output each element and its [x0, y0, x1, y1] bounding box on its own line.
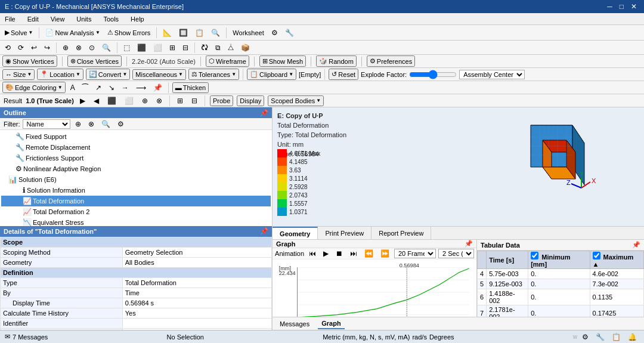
reset-button[interactable]: ↺ Reset	[329, 69, 358, 80]
menu-units[interactable]: Units	[74, 14, 94, 24]
tb2-icon-4[interactable]: ↪	[42, 42, 52, 53]
display-button[interactable]: Display	[237, 95, 264, 106]
tree-item-nonlinear[interactable]: ⚙ Nonlinear Adaptive Region	[1, 163, 271, 174]
tree-item-equivalent-stress[interactable]: 📉 Equivalent Stress	[1, 217, 271, 226]
tb2-icon-1[interactable]: ⟲	[2, 42, 13, 53]
new-analysis-button[interactable]: 📄 New Analysis ▼	[43, 27, 102, 38]
result-icon-2[interactable]: ◀	[91, 95, 101, 106]
minimize-button[interactable]: ─	[605, 2, 615, 11]
menu-view[interactable]: View	[48, 14, 67, 24]
convert-button[interactable]: 🔄 Convert ▼	[86, 69, 130, 80]
outline-icon-2[interactable]: ⊗	[86, 119, 97, 129]
anim-play-button[interactable]: ▶	[321, 248, 331, 259]
outline-filter-select[interactable]: Name	[23, 119, 70, 129]
tb2-icon-12[interactable]: ⊞	[167, 42, 178, 53]
tb-icon-5[interactable]: ⚙	[269, 27, 280, 38]
tb-icon-3[interactable]: 📋	[193, 27, 206, 38]
tree-item-frictionless[interactable]: 🔧 Frictionless Support	[1, 153, 271, 163]
worksheet-button[interactable]: Worksheet	[230, 28, 266, 38]
explode-slider[interactable]	[409, 70, 457, 79]
anim-icon-2[interactable]: ⏩	[378, 248, 392, 259]
tabular-pin-icon[interactable]: 📌	[632, 241, 640, 249]
close-vertices-button[interactable]: ⊗ Close Vertices	[67, 55, 122, 67]
tolerances-button[interactable]: ⚖ Tolerances ▼	[188, 69, 239, 80]
tree-item-solution[interactable]: 📊 Solution (E6)	[1, 174, 271, 185]
tree-item-fixed-support[interactable]: 🔧 Fixed Support	[1, 131, 271, 142]
frames-select[interactable]: 20 Frames	[394, 249, 436, 258]
wireframe-button[interactable]: ⬡ Wireframe	[206, 55, 249, 67]
assembly-center-select[interactable]: Assembly Center	[459, 70, 525, 79]
status-icon-4[interactable]: 🔔	[626, 332, 639, 342]
thicken-button[interactable]: ▬ Thicken	[172, 82, 209, 93]
close-button[interactable]: ✕	[628, 2, 639, 11]
menu-tools[interactable]: Tools	[101, 14, 121, 24]
probe-button[interactable]: Probe	[210, 95, 233, 106]
edge-tb-icon-1[interactable]: A	[68, 82, 78, 93]
outline-icon-1[interactable]: ⊕	[73, 119, 83, 129]
tab-report-preview[interactable]: Report Preview	[371, 227, 431, 239]
solve-button[interactable]: ▶ Solve ▼	[2, 27, 35, 38]
menu-file[interactable]: File	[2, 14, 18, 24]
show-errors-button[interactable]: ⚠ Show Errors	[105, 27, 153, 38]
tb2-icon-2[interactable]: ⟳	[16, 42, 26, 53]
tb-icon-2[interactable]: 🔲	[177, 27, 190, 38]
tb2-icon-17[interactable]: 📦	[239, 42, 252, 53]
tb-icon-1[interactable]: 📐	[160, 27, 174, 38]
tree-item-remote-displacement[interactable]: 🔧 Remote Displacement	[1, 142, 271, 153]
outline-icon-4[interactable]: ⚙	[115, 119, 126, 129]
result-icon-4[interactable]: ⬜	[122, 95, 136, 106]
edge-coloring-button[interactable]: 🎨 Edge Coloring ▼	[2, 82, 66, 93]
tb2-icon-8[interactable]: 🔍	[100, 42, 113, 53]
tree-item-total-deformation[interactable]: 📈 Total Deformation	[1, 196, 271, 206]
anim-next-button[interactable]: ⏭	[348, 248, 360, 259]
miscellaneous-button[interactable]: Miscellaneous ▼	[132, 69, 186, 80]
max-checkbox[interactable]	[593, 252, 600, 259]
tb2-icon-5[interactable]: ⊕	[60, 42, 71, 53]
scoped-bodies-button[interactable]: Scoped Bodies ▼	[268, 95, 324, 106]
edge-tb-icon-6[interactable]: ⟶	[134, 82, 148, 93]
edge-tb-icon-3[interactable]: ↗	[93, 82, 104, 93]
tree-item-solution-info[interactable]: ℹ Solution Information	[1, 185, 271, 196]
result-icon-8[interactable]: ⊟	[189, 95, 200, 106]
outline-icon-3[interactable]: 🔍	[99, 119, 113, 129]
graph-pin-icon[interactable]: 📌	[465, 240, 473, 248]
random-button[interactable]: 🎲 Random	[316, 55, 357, 67]
graph-tab[interactable]: Graph	[318, 319, 344, 329]
min-checkbox[interactable]	[531, 252, 538, 259]
edge-tb-icon-pin[interactable]: 📌	[151, 82, 165, 93]
tb2-icon-6[interactable]: ⊗	[73, 42, 84, 53]
tb2-icon-11[interactable]: ⬜	[151, 42, 165, 53]
tree-item-total-deformation-2[interactable]: 📈 Total Deformation 2	[1, 206, 271, 217]
tb2-icon-7[interactable]: ⊙	[86, 42, 97, 53]
tb2-icon-15[interactable]: ⧉	[213, 42, 223, 53]
result-icon-5[interactable]: ⊕	[140, 95, 150, 106]
tb2-icon-3[interactable]: ↩	[29, 42, 39, 53]
status-icon-2[interactable]: 🔧	[593, 332, 607, 342]
size-button[interactable]: ↔ Size ▼	[2, 69, 35, 80]
menu-help[interactable]: Help	[128, 14, 147, 24]
outline-pin-icon[interactable]: 📌	[260, 109, 268, 117]
tb-icon-4[interactable]: 🔍	[209, 27, 222, 38]
sec-select[interactable]: 2 Sec (Au	[438, 249, 474, 258]
maximize-button[interactable]: □	[617, 2, 626, 11]
result-icon-6[interactable]: ⊗	[154, 95, 165, 106]
tb2-icon-13[interactable]: ⊟	[180, 42, 191, 53]
show-mesh-button[interactable]: ⊞ Show Mesh	[259, 55, 306, 67]
show-vertices-button[interactable]: ◉ Show Vertices	[2, 55, 57, 67]
tb2-icon-16[interactable]: ⧊	[225, 42, 236, 53]
tb-icon-6[interactable]: 🔧	[283, 27, 296, 38]
clipboard-button[interactable]: 📋 Clipboard ▼	[247, 69, 296, 80]
result-icon-3[interactable]: ⬛	[105, 95, 119, 106]
details-pin-icon[interactable]: 📌	[260, 227, 268, 235]
result-icon-1[interactable]: ▶	[78, 95, 88, 106]
anim-stop-button[interactable]: ⏹	[333, 248, 345, 259]
tab-print-preview[interactable]: Print Preview	[318, 227, 371, 239]
messages-tab[interactable]: Messages	[276, 319, 313, 329]
tb2-icon-9[interactable]: ⬚	[121, 42, 132, 53]
status-icon-3[interactable]: 📋	[609, 332, 623, 342]
edge-tb-icon-2[interactable]: ⁀	[80, 82, 91, 93]
preferences-button[interactable]: ⚙ Preferences	[367, 55, 415, 67]
anim-prev-button[interactable]: ⏮	[306, 248, 318, 259]
menu-edit[interactable]: Edit	[25, 14, 41, 24]
result-icon-7[interactable]: ⊞	[175, 95, 185, 106]
